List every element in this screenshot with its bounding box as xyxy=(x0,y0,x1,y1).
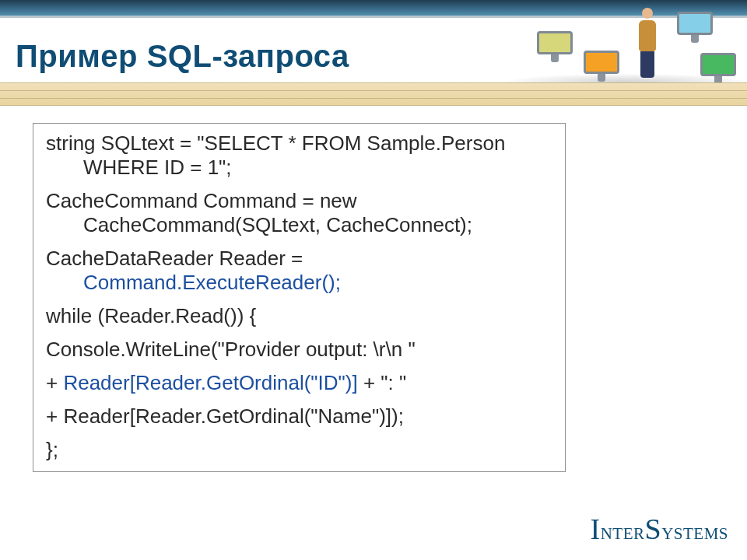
slide-title: Пример SQL-запроса xyxy=(16,39,349,74)
code-line: Console.WriteLine("Provider output: \r\n… xyxy=(46,338,552,362)
code-text: Console.WriteLine("Provider output: \r\n… xyxy=(46,338,416,361)
code-text: + Reader[Reader.GetOrdinal("Name")]); xyxy=(46,404,404,428)
code-block: string SQLtext = "SELECT * FROM Sample.P… xyxy=(46,131,552,462)
code-line: }; xyxy=(46,438,552,462)
code-line: while (Reader.Read()) { xyxy=(46,304,552,328)
code-line: string SQLtext = "SELECT * FROM Sample.P… xyxy=(46,131,552,180)
code-panel: string SQLtext = "SELECT * FROM Sample.P… xyxy=(33,123,566,472)
code-text: }; xyxy=(46,438,58,461)
code-text: WHERE ID = 1"; xyxy=(46,156,552,180)
slide: Пример SQL-запроса string SQLtext = "SEL… xyxy=(0,0,747,560)
code-text: string SQLtext = "SELECT * FROM Sample.P… xyxy=(46,131,505,155)
monitor-icon xyxy=(537,31,573,62)
code-text-highlight: Reader[Reader.GetOrdinal("ID")] xyxy=(63,371,357,394)
monitor-icon xyxy=(677,12,713,43)
code-line: CacheDataReader Reader = Command.Execute… xyxy=(46,247,552,295)
code-text-highlight: Command.ExecuteReader(); xyxy=(46,271,552,295)
logo-text: S xyxy=(645,513,662,545)
logo-text: nter xyxy=(601,518,645,544)
code-text: CacheCommand(SQLtext, CacheConnect); xyxy=(46,213,552,237)
brand-logo: InterSystems xyxy=(591,512,728,546)
code-text: CacheDataReader Reader = xyxy=(46,247,303,270)
monitor-icon xyxy=(700,53,736,84)
logo-text: ystems xyxy=(661,518,728,544)
code-line: + Reader[Reader.GetOrdinal("Name")]); xyxy=(46,404,552,429)
code-text: while (Reader.Read()) { xyxy=(46,304,256,327)
code-text: CacheCommand Command = new xyxy=(46,189,357,212)
code-line: CacheCommand Command = new CacheCommand(… xyxy=(46,189,552,237)
code-line: + Reader[Reader.GetOrdinal("ID")] + ": " xyxy=(46,371,552,395)
person-icon xyxy=(632,8,663,82)
code-text: + xyxy=(46,371,63,394)
divider-ribbon xyxy=(0,82,747,106)
logo-text: I xyxy=(591,513,601,545)
monitor-icon xyxy=(584,51,619,82)
code-text: + ": " xyxy=(358,371,407,394)
